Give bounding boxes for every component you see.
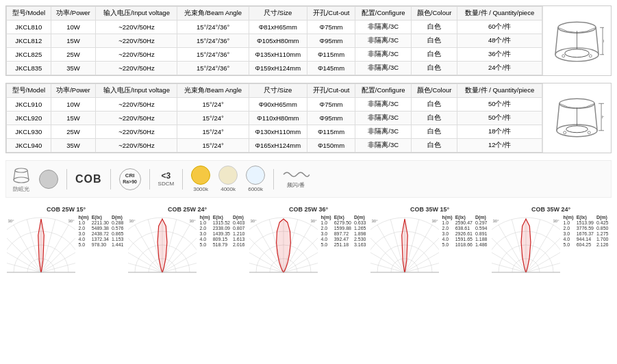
table-cell: Φ150mm (307, 139, 355, 153)
table-cell: Φ75mm (307, 98, 355, 112)
svg-line-58 (162, 258, 197, 272)
svg-line-13 (557, 103, 559, 131)
chart-data-cell: 1.188 (474, 236, 489, 242)
fixture-icon-item: 防眩光 (12, 165, 31, 193)
chart-data-cell: 0.633 (353, 220, 368, 225)
table-cell: 非隔离/3C (355, 139, 412, 153)
chart-data-cell: E(lx) (454, 214, 474, 220)
svg-text:30°: 30° (553, 219, 560, 223)
table1-header-cell: 功率/Power (51, 7, 96, 21)
chart-data-row: 4.01372.341.153 (77, 236, 125, 242)
chart-data-cell: 0.850 (595, 225, 610, 231)
table2-header-row: 型号/Model功率/Power输入电压/Input voltage光束角/Be… (7, 84, 542, 98)
chart-wrapper-3: 60°30°0°30°60°h(m)E(lx)D(m)1.02590.470.2… (370, 214, 488, 276)
table-cell: 白色 (412, 34, 457, 48)
chart-data-cell: 0.403 (231, 220, 247, 225)
chart-data-cell: 2.016 (231, 242, 247, 247)
table-cell: 15°/24°/36° (177, 48, 249, 62)
separator-4 (182, 169, 183, 190)
chart-data-row: 5.0604.252.126 (562, 242, 609, 247)
polar-chart-2: 60°30°0°30°60° (249, 214, 318, 276)
svg-text:0°: 0° (282, 214, 286, 215)
table-row: JKCL91010W~220V/50Hz15°/24°Φ90xH65mmΦ75m… (7, 98, 542, 112)
table-cell: 白色 (412, 112, 457, 125)
fixture-svg-1: H (550, 14, 604, 68)
table-cell: 非隔离/3C (355, 125, 412, 139)
chart-data-cell: 3.0 (440, 231, 453, 236)
chart-data-cell: 0.297 (474, 220, 489, 225)
chart-data-row: h(m)E(lx)D(m) (562, 214, 609, 220)
table-cell: ~220V/50Hz (96, 34, 177, 48)
chart-data-cell: 0.807 (231, 225, 247, 231)
chart-data-table-0: h(m)E(lx)D(m)1.02211.300.2882.05489.380.… (77, 214, 125, 247)
table1-header-cell: 输入电压/Input voltage (96, 7, 177, 21)
chart-data-cell: D(m) (474, 214, 489, 220)
svg-line-96 (405, 258, 439, 272)
table2-header-cell: 配置/Configure (355, 84, 412, 98)
chart-data-cell: 2.0 (562, 225, 575, 231)
chart-item-0: COB 25W 15°60°30°0°30°60°h(m)E(lx)D(m)1.… (7, 206, 125, 276)
table-cell: JKCL812 (7, 34, 51, 48)
table2-header-cell: 数量/件 / Quantity/piece (457, 84, 542, 98)
fixture-label: 防眩光 (13, 185, 29, 193)
table-cell: 白色 (412, 21, 457, 34)
table-cell: 12个/件 (457, 139, 542, 153)
svg-text:30°: 30° (493, 219, 500, 223)
cri-item: CRI Ra>90 (119, 168, 141, 190)
table-cell: ~220V/50Hz (96, 125, 177, 139)
table-cell: 白色 (412, 48, 457, 62)
chart-data-row: 2.0638.610.594 (440, 225, 488, 231)
table-cell: Φ115mm (307, 125, 355, 139)
chart-data-row: 2.03776.590.850 (562, 225, 609, 231)
table2-header-cell: 颜色/Colour (412, 84, 457, 98)
chart-wrapper-1: 60°30°0°30°60°h(m)E(lx)D(m)1.01315.520.4… (128, 214, 246, 276)
separator-5 (273, 169, 274, 190)
gray-circle-item (39, 170, 58, 189)
chart-data-cell: 4.0 (319, 236, 332, 242)
table-row: JKCL93025W~220V/50Hz15°/24°Φ130xH110mmΦ1… (7, 125, 542, 139)
chart-data-cell: 0.594 (474, 225, 489, 231)
chart-data-row: 5.0518.792.016 (198, 242, 246, 247)
table-cell: 非隔离/3C (355, 21, 412, 34)
chart-data-cell: 3.0 (198, 231, 211, 236)
table-cell: JKCL825 (7, 48, 51, 62)
table-row: JKCL94035W~220V/50Hz15°/24°Φ165xH124mmΦ1… (7, 139, 542, 153)
svg-point-4 (565, 49, 590, 57)
separator-1 (66, 169, 67, 190)
chart-data-row: 4.01591.651.188 (440, 236, 488, 242)
chart-data-row: h(m)E(lx)D(m) (440, 214, 488, 220)
table-cell: 15°/24°/36° (177, 62, 249, 75)
svg-line-32 (14, 225, 41, 272)
wave-item: 频闪/番 (282, 169, 310, 189)
table2-header-cell: 尺寸/Size (249, 84, 307, 98)
svg-line-86 (370, 258, 405, 272)
table-cell: 10W (51, 21, 96, 34)
table-cell: 48个/件 (457, 34, 542, 48)
product-table-1: 型号/Model功率/Power输入电压/Input voltage光束角/Be… (6, 6, 542, 75)
chart-data-cell: 1315.52 (212, 220, 231, 225)
temp-3000k-item: 3000k (191, 166, 210, 192)
temp-4000k-icon (218, 166, 238, 185)
chart-data-cell: 0.288 (110, 220, 125, 225)
svg-point-19 (588, 131, 590, 133)
polar-chart-4: 60°30°0°30°60° (492, 214, 560, 276)
table-cell: ~220V/50Hz (96, 112, 177, 125)
chart-data-cell: 1.153 (110, 236, 125, 242)
table-row: JKCL83535W~220V/50Hz15°/24°/36°Φ159xH124… (7, 62, 542, 75)
table2-header-cell: 型号/Model (7, 84, 51, 98)
chart-data-cell: D(m) (353, 214, 368, 220)
table-cell: 非隔离/3C (355, 62, 412, 75)
svg-line-2 (596, 27, 599, 55)
chart-data-row: 4.0392.472.530 (319, 236, 367, 242)
chart-data-row: h(m)E(lx)D(m) (319, 214, 367, 220)
chart-data-cell: 1599.88 (333, 225, 353, 231)
chart-data-cell: 0.425 (595, 220, 610, 225)
chart-data-row: h(m)E(lx)D(m) (77, 214, 125, 220)
chart-wrapper-0: 60°30°0°30°60°h(m)E(lx)D(m)1.02211.300.2… (7, 214, 125, 276)
table-section-1: 型号/Model功率/Power输入电压/Input voltage光束角/Be… (5, 5, 612, 76)
chart-data-row: 1.01513.990.425 (562, 220, 609, 225)
chart-title-0: COB 25W 15° (47, 206, 86, 213)
svg-line-93 (405, 225, 432, 272)
main-container: 型号/Model功率/Power输入电压/Input voltage光束角/Be… (0, 0, 617, 284)
chart-data-cell: h(m) (198, 214, 211, 220)
